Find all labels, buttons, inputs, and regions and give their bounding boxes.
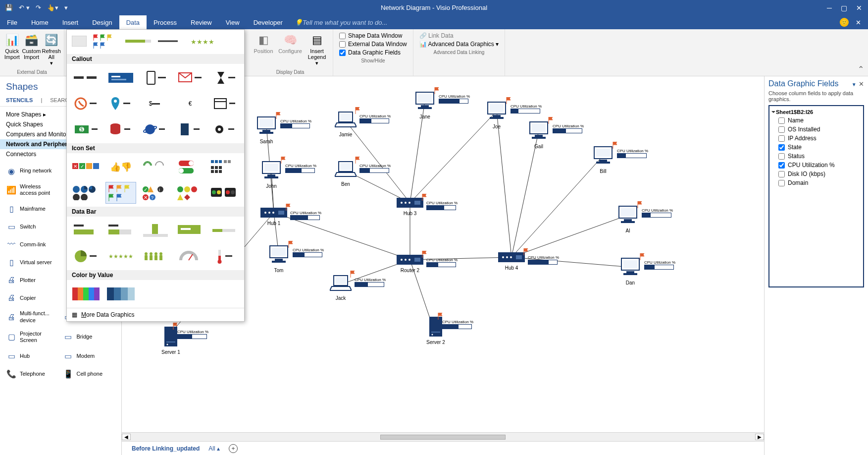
dg-bar-option[interactable] (125, 38, 152, 46)
shape-hub[interactable]: ▭Hub (4, 348, 61, 364)
dg-icon-traffic-light[interactable] (209, 182, 240, 204)
menu-insert[interactable]: Insert (55, 15, 86, 29)
shape-wireless-ap[interactable]: 📶Wireless access point (4, 181, 61, 199)
node-john[interactable]: JohnCPU Utilization % (260, 161, 282, 189)
ribbon-close-icon[interactable]: ✕ (856, 19, 861, 26)
position-button[interactable]: ◧Position (251, 30, 276, 54)
node-al[interactable]: AlCPU Utilization % (617, 205, 639, 233)
dg-callout-email[interactable] (175, 67, 205, 89)
dgf-field-state[interactable]: State (770, 143, 862, 152)
menu-review[interactable]: Review (184, 15, 219, 29)
shape-bridge[interactable]: ▭Bridge (61, 328, 118, 346)
dg-color-rainbow[interactable] (71, 283, 102, 305)
node-hub1[interactable]: Hub 1CPU Utilization % (260, 208, 287, 226)
insert-legend-button[interactable]: ▤Insert Legend▾ (304, 30, 330, 66)
scrollbar-thumb[interactable] (380, 435, 505, 440)
dg-callout-server[interactable] (175, 118, 205, 140)
shape-commlink[interactable]: 〰Comm-link (4, 236, 61, 252)
dg-icon-grid[interactable] (209, 156, 240, 178)
shape-telephone[interactable]: 📞Telephone (4, 366, 61, 382)
shape-switch[interactable]: ▭Switch (4, 219, 61, 234)
dg-icon-wifi[interactable] (140, 156, 171, 178)
node-jack[interactable]: JackCPU Utilization % (330, 275, 352, 301)
page-tab-all[interactable]: All ▴ (208, 445, 220, 452)
dg-bar-thermometer[interactable] (209, 245, 240, 267)
shape-virtual-server[interactable]: ▯Virtual server (4, 254, 61, 270)
dg-bar-pie[interactable] (71, 245, 102, 267)
dg-bar-1[interactable] (71, 220, 102, 241)
dgf-field-name[interactable]: Name (770, 116, 862, 125)
dgf-dropdown-icon[interactable]: ▼ (852, 82, 857, 87)
dg-callout-text[interactable] (71, 67, 102, 89)
dg-callout-dollar[interactable]: $ (140, 93, 171, 114)
refresh-all-button[interactable]: 🔄Refresh All▾ (42, 30, 61, 66)
data-graphic-fields-checkbox[interactable]: Data Graphic Fields (339, 49, 407, 56)
qat-customize-icon[interactable]: ▾ (64, 4, 68, 11)
shape-plotter[interactable]: 🖨Plotter (4, 272, 61, 288)
node-bill[interactable]: BillCPU Utilization % (592, 146, 614, 174)
dg-icon-toggle[interactable] (175, 156, 205, 178)
dgf-field-domain[interactable]: Domain (770, 178, 862, 187)
node-server2[interactable]: Server 2CPU Utilization % (426, 317, 445, 345)
dg-callout-location[interactable] (105, 93, 136, 114)
dg-icon-flags[interactable] (105, 182, 136, 204)
dg-callout-hourglass[interactable] (209, 67, 240, 89)
shape-data-window-checkbox[interactable]: Shape Data Window (339, 32, 407, 39)
dg-bar-stars[interactable]: ★★★★★ (105, 245, 136, 267)
dg-color-blues[interactable] (105, 283, 136, 305)
node-joe[interactable]: JoeCPU Utilization % (486, 101, 508, 129)
node-gail[interactable]: GailCPU Utilization % (528, 121, 550, 149)
tell-me-search[interactable]: 💡 Tell me what you want to do... (295, 15, 388, 29)
node-jane[interactable]: JaneCPU Utilization % (414, 91, 436, 119)
shape-cellphone[interactable]: 📱Cell phone (61, 366, 118, 382)
menu-data[interactable]: Data (119, 15, 147, 29)
link-data-button[interactable]: 🔗 Link Data (419, 32, 499, 39)
dg-icon-shields[interactable]: ✕✓ (71, 156, 102, 178)
dgf-field-ip[interactable]: IP Address (770, 134, 862, 143)
dg-callout-heading[interactable] (105, 67, 136, 89)
minimize-button[interactable]: ─ (827, 4, 832, 12)
shape-multifunction[interactable]: 🖨Multi-funct... device (4, 308, 61, 326)
shape-modem[interactable]: ▭Modem (61, 348, 118, 364)
touch-mode-icon[interactable]: 👆▾ (47, 4, 58, 11)
dgf-field-cpu[interactable]: CPU Utilization % (770, 161, 862, 170)
undo-icon[interactable]: ↶ ▾ (19, 4, 30, 11)
dg-bar-3[interactable] (140, 220, 171, 241)
add-page-button[interactable]: + (229, 444, 238, 453)
quick-import-button[interactable]: 📊Quick Import (3, 30, 21, 60)
shape-ring-network[interactable]: ◉Ring network (4, 163, 61, 179)
dg-icon-traffic-shapes[interactable] (175, 182, 205, 204)
node-sarah[interactable]: SarahCPU Utilization % (255, 116, 277, 144)
dg-bar-2[interactable] (105, 220, 136, 241)
menu-view[interactable]: View (219, 15, 247, 29)
save-icon[interactable]: 💾 (5, 4, 13, 11)
dg-icon-status[interactable]: ✓i✕? (140, 182, 171, 204)
dg-callout-euro[interactable]: € (175, 93, 205, 114)
menu-file[interactable]: File (0, 15, 24, 29)
menu-design[interactable]: Design (85, 15, 119, 29)
dgf-sheet-group[interactable]: Sheet1$B2:I26 (770, 108, 862, 116)
dg-callout-gear[interactable] (209, 118, 240, 140)
shape-copier[interactable]: 🖨Copier (4, 290, 61, 306)
more-data-graphics-button[interactable]: ▦ More Data Graphics (67, 308, 244, 321)
node-hub3[interactable]: Hub 3CPU Utilization % (397, 198, 423, 216)
node-jamie[interactable]: JamieCPU Utilization % (335, 111, 357, 137)
dg-stars-option[interactable]: ★★★★ (191, 38, 214, 46)
scroll-left-button[interactable]: ◀ (122, 434, 131, 440)
tab-stencils[interactable]: STENCILS (6, 97, 33, 103)
dg-callout-planet[interactable] (140, 118, 171, 140)
dg-none-option[interactable] (72, 36, 87, 48)
dg-flags-option[interactable] (93, 34, 119, 50)
dg-callout-money[interactable]: $ (71, 118, 102, 140)
menu-home[interactable]: Home (24, 15, 55, 29)
node-server1[interactable]: Server 1CPU Utilization % (161, 327, 180, 355)
dg-callout-calendar[interactable] (209, 93, 240, 114)
dgf-field-os[interactable]: OS Installed (770, 125, 862, 134)
dgf-field-status[interactable]: Status (770, 152, 862, 161)
close-button[interactable]: ✕ (856, 4, 862, 12)
configure-button[interactable]: 🧠Configure (277, 30, 303, 54)
dg-icon-pies[interactable] (71, 182, 102, 204)
menu-process[interactable]: Process (147, 15, 184, 29)
maximize-button[interactable]: ▢ (841, 4, 847, 12)
page-tab[interactable]: Before Linking_updated (132, 445, 200, 452)
